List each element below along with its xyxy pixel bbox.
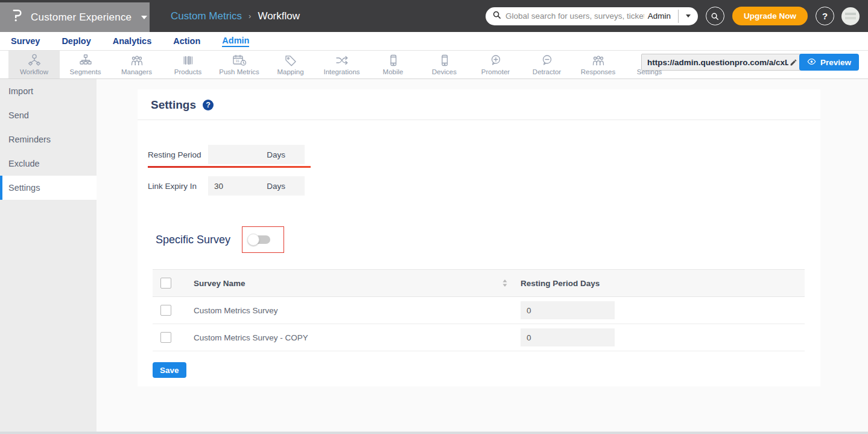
card-body: Resting Period Days Link Expiry In Days … xyxy=(138,120,820,378)
sidebar-item-settings[interactable]: Settings xyxy=(0,176,97,200)
resting-period-row: Resting Period Days xyxy=(148,145,305,164)
specific-survey-label: Specific Survey xyxy=(156,234,230,246)
search-scope-label: Admin xyxy=(644,11,678,21)
toolbar-item-managers[interactable]: Managers xyxy=(111,51,162,78)
resting-period-field: Days xyxy=(208,145,305,164)
row-days-cell xyxy=(508,328,805,346)
toolbar-item-label: Responses xyxy=(581,68,616,75)
edit-url-button[interactable] xyxy=(788,57,799,68)
tab-analytics[interactable]: Analytics xyxy=(113,36,151,46)
row-check-cell xyxy=(153,332,194,343)
resting-days-input[interactable] xyxy=(527,333,587,342)
tab-action[interactable]: Action xyxy=(173,36,200,46)
toolbar-item-workflow[interactable]: Workflow xyxy=(8,51,60,78)
survey-name: Custom Metrics Survey - COPY xyxy=(194,333,308,342)
link-expiry-field: Days xyxy=(208,176,305,196)
cx-url-input[interactable] xyxy=(647,58,788,67)
bubble-plus-icon xyxy=(489,53,503,68)
save-button[interactable]: Save xyxy=(153,362,186,378)
row-checkbox[interactable] xyxy=(160,332,171,343)
breadcrumb-section[interactable]: Custom Metrics xyxy=(171,10,242,22)
product-switcher[interactable]: Customer Experience xyxy=(0,2,150,32)
toolbar-item-label: Segments xyxy=(70,68,101,75)
toolbar-item-products[interactable]: Products xyxy=(162,51,214,78)
survey-table: Survey Name Resting Period Days xyxy=(153,269,805,351)
horizontal-scrollbar[interactable] xyxy=(0,432,868,434)
phone-icon xyxy=(437,53,452,68)
toolbar-item-detractor[interactable]: Detractor xyxy=(521,51,572,78)
breadcrumb-separator-icon: › xyxy=(249,11,251,21)
card-header: Settings ? xyxy=(138,89,820,120)
row-name-cell: Custom Metrics Survey xyxy=(194,306,508,315)
toolbar-item-label: Mobile xyxy=(383,68,404,75)
global-search: Admin xyxy=(486,7,698,25)
table-header-name-cell: Survey Name xyxy=(194,279,508,288)
specific-survey-row: Specific Survey xyxy=(156,226,810,253)
sidebar-item-send[interactable]: Send xyxy=(0,103,97,127)
row-days-cell xyxy=(508,301,805,319)
primary-nav: Survey Deploy Analytics Action Admin xyxy=(0,32,868,51)
toolbar-item-mobile[interactable]: Mobile xyxy=(367,51,419,78)
row-name-cell: Custom Metrics Survey - COPY xyxy=(194,333,508,342)
search-button[interactable] xyxy=(706,7,724,25)
shuffle-icon xyxy=(334,53,350,68)
specific-survey-toggle[interactable] xyxy=(242,226,284,253)
phone-icon xyxy=(386,53,401,68)
breadcrumb-page: Workflow xyxy=(258,10,300,22)
tab-survey[interactable]: Survey xyxy=(11,36,40,46)
toolbar-item-responses[interactable]: Responses xyxy=(572,51,624,78)
preview-button-label: Preview xyxy=(820,58,851,67)
toggle-switch-off xyxy=(249,235,270,244)
admin-toolbar: Workflow Segments Managers Products 31 P… xyxy=(0,51,868,79)
chevron-down-icon xyxy=(141,16,147,19)
toggle-knob xyxy=(247,234,259,246)
table-header: Survey Name Resting Period Days xyxy=(153,270,805,297)
toolbar-item-label: Devices xyxy=(432,68,457,75)
sidebar-item-import[interactable]: Import xyxy=(0,79,97,103)
resting-period-suffix: Days xyxy=(267,150,285,159)
help-button[interactable]: ? xyxy=(816,7,834,25)
search-icon xyxy=(492,10,501,22)
sidebar-item-exclude[interactable]: Exclude xyxy=(0,152,97,176)
settings-card: Settings ? Resting Period Days Link Expi… xyxy=(138,89,820,386)
toolbar-item-label: Promoter xyxy=(481,68,510,75)
sidebar-item-reminders[interactable]: Reminders xyxy=(0,127,97,152)
workflow-icon xyxy=(27,53,42,68)
toolbar-item-label: Detractor xyxy=(533,68,561,75)
toolbar-item-promoter[interactable]: Promoter xyxy=(470,51,521,78)
managers-icon xyxy=(130,53,144,68)
link-expiry-input[interactable] xyxy=(214,182,250,191)
resting-period-input[interactable] xyxy=(214,150,250,159)
help-icon[interactable]: ? xyxy=(203,100,214,110)
barcode-icon xyxy=(181,53,195,68)
avatar[interactable] xyxy=(841,7,860,25)
search-scope-dropdown[interactable] xyxy=(679,7,698,25)
toolbar-item-label: Workflow xyxy=(20,68,48,75)
resting-days-input[interactable] xyxy=(527,306,587,315)
tab-deploy[interactable]: Deploy xyxy=(62,36,90,46)
chevron-down-icon xyxy=(686,14,691,18)
toolbar-item-segments[interactable]: Segments xyxy=(60,51,111,78)
select-all-checkbox[interactable] xyxy=(160,278,171,289)
row-checkbox[interactable] xyxy=(160,305,171,316)
global-search-input[interactable] xyxy=(505,11,644,21)
preview-button[interactable]: Preview xyxy=(799,54,859,71)
people-icon xyxy=(591,53,606,68)
toolbar-item-devices[interactable]: Devices xyxy=(419,51,470,78)
link-expiry-suffix: Days xyxy=(267,182,285,191)
survey-name-column-header: Survey Name xyxy=(194,279,246,288)
questionpro-logo-icon xyxy=(11,8,22,26)
table-header-check-cell xyxy=(153,278,194,289)
toolbar-item-mapping[interactable]: Mapping xyxy=(265,51,316,78)
tag-icon xyxy=(284,53,298,68)
toolbar-item-push-metrics[interactable]: 31 Push Metrics xyxy=(214,51,265,78)
eye-icon xyxy=(807,58,816,67)
breadcrumb: Custom Metrics › Workflow xyxy=(171,10,300,22)
upgrade-now-button[interactable]: Upgrade Now xyxy=(732,7,808,25)
link-expiry-label: Link Expiry In xyxy=(148,182,208,191)
link-expiry-row: Link Expiry In Days xyxy=(148,176,305,196)
toolbar-item-label: Managers xyxy=(121,68,152,75)
tab-admin[interactable]: Admin xyxy=(222,36,249,47)
toolbar-item-integrations[interactable]: Integrations xyxy=(316,51,367,78)
sort-icon[interactable] xyxy=(502,279,507,287)
